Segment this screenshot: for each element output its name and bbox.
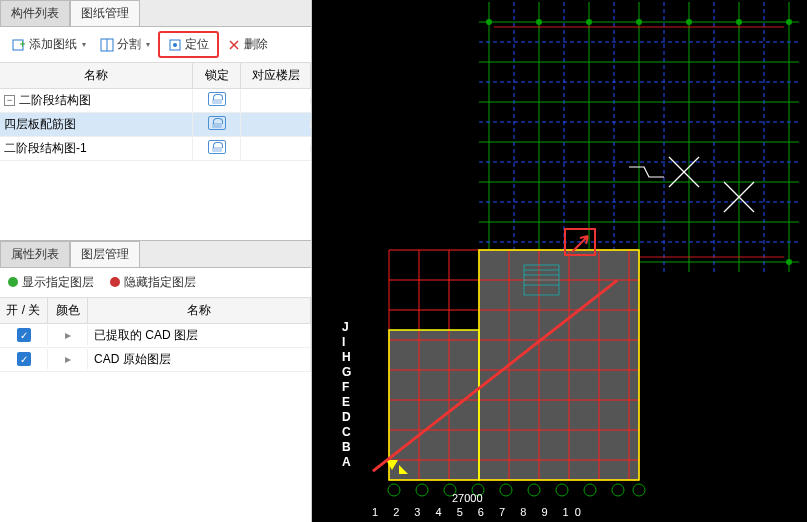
th-name: 名称 <box>0 63 193 88</box>
th-lock: 锁定 <box>193 63 241 88</box>
drawing-toolbar: 添加图纸 ▾ 分割 ▾ 定位 删除 <box>0 27 311 63</box>
svg-point-78 <box>388 484 400 496</box>
expand-arrow-icon[interactable]: ▸ <box>48 325 88 345</box>
svg-point-46 <box>736 19 742 25</box>
svg-point-79 <box>416 484 428 496</box>
cad-drawing-bottom <box>344 240 654 510</box>
tree-label: 四层板配筋图 <box>4 116 76 133</box>
layer-tools: 显示指定图层 隐藏指定图层 <box>0 268 311 298</box>
floor-cell[interactable] <box>241 98 311 104</box>
svg-point-84 <box>556 484 568 496</box>
svg-rect-51 <box>389 250 479 330</box>
dot-icon <box>110 277 120 287</box>
tab-property-list[interactable]: 属性列表 <box>0 241 70 267</box>
tree-body: − 二阶段结构图 四层板配筋图 二阶段结构图-1 <box>0 89 311 240</box>
tree-label: 二阶段结构图 <box>19 92 91 109</box>
add-drawing-button[interactable]: 添加图纸 ▾ <box>6 33 92 56</box>
svg-point-49 <box>786 259 792 265</box>
expand-arrow-icon[interactable]: ▸ <box>48 349 88 369</box>
tree-row[interactable]: 四层板配筋图 <box>0 113 311 137</box>
hide-layer-button[interactable]: 隐藏指定图层 <box>110 274 196 291</box>
svg-point-43 <box>586 19 592 25</box>
chevron-down-icon: ▾ <box>146 40 150 49</box>
lower-tabs: 属性列表 图层管理 <box>0 240 311 268</box>
checkbox-icon[interactable]: ✓ <box>17 328 31 342</box>
top-tabs: 构件列表 图纸管理 <box>0 0 311 27</box>
tree-row[interactable]: 二阶段结构图-1 <box>0 137 311 161</box>
locate-button[interactable]: 定位 <box>158 31 219 58</box>
layer-name: 已提取的 CAD 图层 <box>88 324 311 347</box>
chevron-down-icon: ▾ <box>82 40 86 49</box>
delete-icon <box>227 38 241 52</box>
svg-point-85 <box>584 484 596 496</box>
split-label: 分割 <box>117 36 141 53</box>
arrow-head-icon <box>570 232 592 254</box>
add-icon <box>12 38 26 52</box>
split-icon <box>100 38 114 52</box>
axis-numbers: 1 2 3 4 5 6 7 8 9 10 <box>372 506 587 518</box>
split-button[interactable]: 分割 ▾ <box>94 33 156 56</box>
floor-cell[interactable] <box>241 146 311 152</box>
lock-icon[interactable] <box>208 92 226 106</box>
add-drawing-label: 添加图纸 <box>29 36 77 53</box>
svg-point-6 <box>173 43 177 47</box>
svg-point-47 <box>786 19 792 25</box>
cad-viewport[interactable]: JI HG FE DC BA 1 2 3 4 5 6 7 8 9 10 2700… <box>312 0 807 522</box>
lh-onoff: 开 / 关 <box>0 298 48 323</box>
lock-icon[interactable] <box>208 116 226 130</box>
layer-header: 开 / 关 颜色 名称 <box>0 298 311 324</box>
layer-row[interactable]: ✓ ▸ 已提取的 CAD 图层 <box>0 324 311 348</box>
tab-component-list[interactable]: 构件列表 <box>0 0 70 26</box>
tree-header: 名称 锁定 对应楼层 <box>0 63 311 89</box>
axis-letters: JI HG FE DC BA <box>342 320 351 470</box>
delete-label: 删除 <box>244 36 268 53</box>
expander-icon[interactable]: − <box>4 95 15 106</box>
svg-point-41 <box>486 19 492 25</box>
lh-name: 名称 <box>88 298 311 323</box>
locate-label: 定位 <box>185 36 209 53</box>
th-floor: 对应楼层 <box>241 63 311 88</box>
lh-color: 颜色 <box>48 298 88 323</box>
dimension-text: 27000 <box>452 492 483 504</box>
hide-layer-label: 隐藏指定图层 <box>124 274 196 291</box>
svg-point-45 <box>686 19 692 25</box>
delete-button[interactable]: 删除 <box>221 33 274 56</box>
lock-icon[interactable] <box>208 140 226 154</box>
svg-point-87 <box>633 484 645 496</box>
svg-point-86 <box>612 484 624 496</box>
tab-layer-manage[interactable]: 图层管理 <box>70 241 140 267</box>
svg-point-44 <box>636 19 642 25</box>
svg-point-42 <box>536 19 542 25</box>
svg-point-83 <box>528 484 540 496</box>
cad-drawing-top <box>479 2 799 272</box>
svg-rect-0 <box>13 40 23 50</box>
tab-drawing-manage[interactable]: 图纸管理 <box>70 0 140 26</box>
layer-row[interactable]: ✓ ▸ CAD 原始图层 <box>0 348 311 372</box>
checkbox-icon[interactable]: ✓ <box>17 352 31 366</box>
layer-name: CAD 原始图层 <box>88 348 311 371</box>
locate-icon <box>168 38 182 52</box>
layer-body: ✓ ▸ 已提取的 CAD 图层 ✓ ▸ CAD 原始图层 <box>0 324 311 372</box>
dot-icon <box>8 277 18 287</box>
show-layer-label: 显示指定图层 <box>22 274 94 291</box>
svg-point-82 <box>500 484 512 496</box>
tree-row[interactable]: − 二阶段结构图 <box>0 89 311 113</box>
tree-label: 二阶段结构图-1 <box>4 140 87 157</box>
floor-cell[interactable] <box>241 122 311 128</box>
show-layer-button[interactable]: 显示指定图层 <box>8 274 94 291</box>
